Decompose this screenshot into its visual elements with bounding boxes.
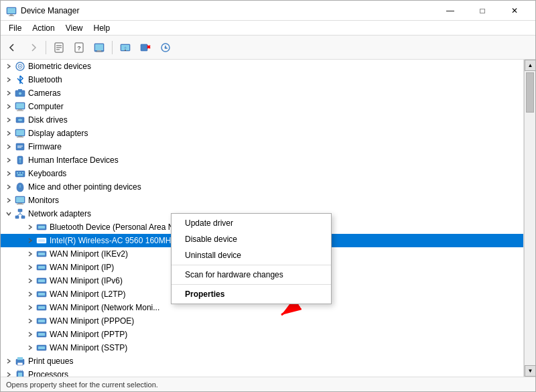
tree-item-wan_pptp[interactable]: WAN Miniport (PPTP): [1, 328, 523, 341]
toolbar-help[interactable]: ?: [70, 38, 88, 57]
label-mice: Mice and other pointing devices: [28, 182, 141, 192]
label-cameras: Cameras: [28, 88, 61, 98]
svg-rect-11: [95, 44, 103, 50]
context-menu-item-3[interactable]: Scan for hardware changes: [172, 267, 331, 283]
toolbar-uninstall[interactable]: [136, 38, 155, 57]
app-icon: [6, 5, 17, 16]
chevron-mice[interactable]: [3, 182, 14, 192]
icon-computer: [14, 101, 26, 112]
label-biometric: Biometric devices: [28, 62, 91, 71]
scrollbar[interactable]: ▲ ▼: [524, 60, 535, 377]
icon-mice: [14, 182, 26, 192]
tree-item-humaninterface[interactable]: Human Interface Devices: [1, 153, 523, 167]
minimize-button[interactable]: —: [435, 1, 466, 21]
svg-rect-45: [15, 171, 25, 177]
svg-rect-2: [10, 14, 13, 15]
label-firmware: Firmware: [28, 142, 62, 151]
chevron-displayadapters[interactable]: [3, 128, 14, 139]
tree-item-displayadapters[interactable]: Display adapters: [1, 127, 523, 140]
tree-item-monitors[interactable]: Monitors: [1, 194, 523, 207]
chevron-cameras[interactable]: [3, 88, 14, 99]
menu-bar: File Action View Help: [1, 21, 535, 36]
tree-item-printqueues[interactable]: Print queues: [1, 354, 523, 368]
svg-rect-3: [9, 15, 14, 16]
toolbar-view[interactable]: [90, 38, 109, 57]
svg-rect-68: [38, 266, 45, 269]
icon-cameras: [14, 88, 26, 99]
scroll-down-button[interactable]: ▼: [525, 365, 535, 377]
context-menu: Update driverDisable deviceUninstall dev…: [171, 213, 332, 304]
chevron-firmware[interactable]: [3, 141, 14, 152]
icon-wan_ikev2: [36, 249, 48, 259]
tree-item-biometric[interactable]: Biometric devices: [1, 60, 523, 73]
chevron-bluetooth_pan[interactable]: [25, 222, 36, 233]
context-menu-item-0[interactable]: Update driver: [172, 215, 331, 231]
close-button[interactable]: ✕: [499, 1, 530, 21]
tree-item-keyboards[interactable]: Keyboards: [1, 167, 523, 180]
menu-help[interactable]: Help: [88, 22, 116, 34]
context-menu-item-2[interactable]: Uninstall device: [172, 247, 331, 263]
toolbar-forward[interactable]: [23, 38, 42, 57]
chevron-wan_pptp[interactable]: [25, 329, 36, 340]
tree-item-bluetooth[interactable]: Bluetooth: [1, 73, 523, 86]
chevron-wan_l2tp[interactable]: [25, 289, 36, 300]
chevron-processors[interactable]: [3, 369, 14, 377]
tree-item-wan_pppoe[interactable]: WAN Miniport (PPPOE): [1, 314, 523, 328]
chevron-computer[interactable]: [3, 101, 14, 112]
chevron-intel_wireless[interactable]: [25, 235, 36, 246]
label-printqueues: Print queues: [28, 356, 73, 366]
tree-item-cameras[interactable]: Cameras: [1, 86, 523, 100]
toolbar-back[interactable]: [3, 38, 22, 57]
scroll-up-button[interactable]: ▲: [525, 60, 535, 71]
tree-item-wan_sstp[interactable]: WAN Miniport (SSTP): [1, 341, 523, 354]
chevron-wan_ikev2[interactable]: [25, 249, 36, 259]
maximize-button[interactable]: □: [467, 1, 498, 21]
toolbar-properties[interactable]: [50, 38, 68, 57]
label-diskdrives: Disk drives: [28, 115, 68, 125]
chevron-biometric[interactable]: [3, 61, 14, 72]
svg-rect-31: [18, 109, 22, 111]
chevron-wan_networkmon[interactable]: [25, 302, 36, 313]
svg-rect-64: [38, 239, 45, 242]
tree-item-processors[interactable]: Processors: [1, 368, 523, 377]
svg-rect-66: [38, 253, 45, 255]
svg-rect-56: [15, 216, 19, 218]
scroll-thumb[interactable]: [526, 72, 534, 113]
svg-rect-82: [17, 357, 23, 360]
chevron-keyboards[interactable]: [3, 168, 14, 179]
svg-rect-30: [16, 103, 24, 109]
svg-rect-62: [38, 226, 45, 228]
icon-printqueues: [14, 356, 26, 367]
menu-action[interactable]: Action: [27, 22, 60, 34]
toolbar-update[interactable]: [156, 38, 175, 57]
menu-view[interactable]: View: [60, 22, 88, 34]
menu-file[interactable]: File: [3, 22, 27, 34]
chevron-networkadapters[interactable]: [3, 208, 14, 219]
svg-rect-39: [16, 143, 24, 150]
label-wan_pppoe: WAN Miniport (PPPOE): [50, 316, 134, 326]
label-displayadapters: Display adapters: [28, 129, 88, 138]
tree-item-firmware[interactable]: Firmware: [1, 140, 523, 153]
tree-item-computer[interactable]: Computer: [1, 100, 523, 113]
chevron-wan_ipv6[interactable]: [25, 275, 36, 286]
svg-point-27: [19, 92, 22, 95]
chevron-diskdrives[interactable]: [3, 115, 14, 125]
context-menu-item-4[interactable]: Properties: [172, 286, 331, 302]
chevron-wan_sstp[interactable]: [25, 342, 36, 353]
chevron-bluetooth[interactable]: [3, 74, 14, 85]
label-computer: Computer: [28, 102, 64, 111]
svg-rect-47: [19, 172, 21, 174]
chevron-wan_ip[interactable]: [25, 262, 36, 273]
tree-item-mice[interactable]: Mice and other pointing devices: [1, 180, 523, 194]
svg-rect-28: [18, 89, 22, 90]
label-wan_networkmon: WAN Miniport (Network Moni...: [50, 303, 159, 312]
context-menu-item-1[interactable]: Disable device: [172, 231, 331, 247]
chevron-wan_pppoe[interactable]: [25, 316, 36, 326]
svg-rect-1: [7, 8, 15, 13]
svg-rect-49: [17, 174, 23, 176]
chevron-printqueues[interactable]: [3, 356, 14, 367]
chevron-humaninterface[interactable]: [3, 155, 14, 166]
toolbar-scan[interactable]: +: [116, 38, 135, 57]
tree-item-diskdrives[interactable]: Disk drives: [1, 113, 523, 127]
chevron-monitors[interactable]: [3, 195, 14, 206]
